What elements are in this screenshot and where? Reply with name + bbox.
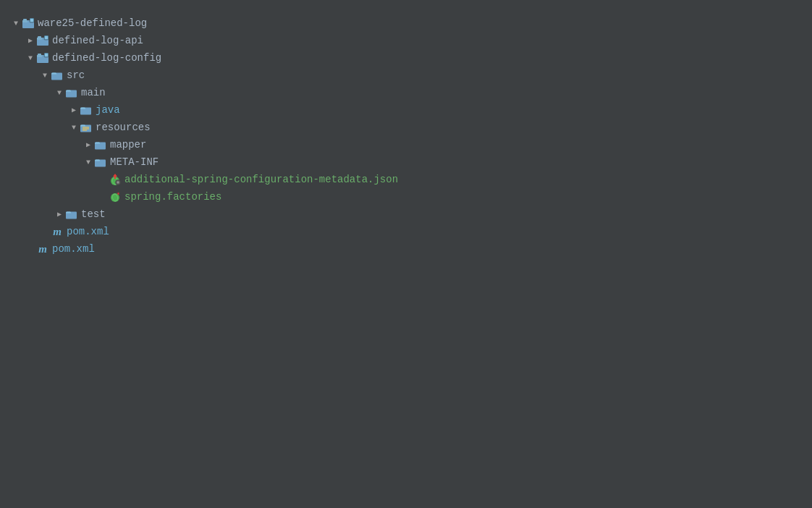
toggle-root[interactable] xyxy=(10,17,22,29)
maven-config-pom-icon: m xyxy=(51,225,64,238)
toggle-spring-config xyxy=(97,174,109,185)
toggle-config[interactable] xyxy=(25,52,36,64)
api-label: defined-log-api xyxy=(52,35,143,46)
svg-point-30 xyxy=(117,182,119,183)
toggle-test[interactable] xyxy=(54,208,65,220)
toggle-resources[interactable] xyxy=(68,122,80,133)
tree-item-java[interactable]: java xyxy=(7,101,805,119)
tree-item-defined-log-api[interactable]: defined-log-api xyxy=(7,32,805,49)
root-label: ware25-defined-log xyxy=(38,17,147,29)
folder-src-icon xyxy=(51,69,64,82)
spring-config-file-icon xyxy=(109,173,122,186)
maven-root-pom-icon: m xyxy=(36,242,49,255)
module-folder-api-icon xyxy=(36,34,49,47)
spring-config-json-label: additional-spring-configuration-metadata… xyxy=(124,174,398,185)
file-tree: ware25-defined-log defined-log-api xyxy=(7,14,805,258)
tree-item-main[interactable]: main xyxy=(7,84,805,101)
tree-item-config-pom[interactable]: m pom.xml xyxy=(7,223,805,240)
toggle-main[interactable] xyxy=(54,87,65,98)
toggle-java[interactable] xyxy=(68,104,80,116)
tree-item-src[interactable]: src xyxy=(7,67,805,84)
meta-inf-label: META-INF xyxy=(110,156,158,168)
tree-item-defined-log-config[interactable]: defined-log-config xyxy=(7,49,805,67)
module-folder-icon xyxy=(22,17,35,30)
resources-label: resources xyxy=(96,122,151,133)
folder-resources-icon xyxy=(80,121,93,134)
src-label: src xyxy=(67,69,85,81)
tree-item-mapper[interactable]: mapper xyxy=(7,136,805,153)
tree-item-root[interactable]: ware25-defined-log xyxy=(7,14,805,32)
svg-rect-7 xyxy=(38,36,41,38)
toggle-config-pom xyxy=(39,226,51,237)
svg-rect-4 xyxy=(30,19,33,22)
main-label: main xyxy=(81,87,106,98)
mapper-label: mapper xyxy=(110,139,146,151)
tree-item-test[interactable]: test xyxy=(7,206,805,223)
svg-rect-12 xyxy=(38,54,41,56)
toggle-src[interactable] xyxy=(39,69,51,81)
folder-java-icon xyxy=(80,103,93,117)
test-label: test xyxy=(81,208,106,220)
spring-factories-file-icon: ✶ xyxy=(109,190,122,203)
svg-rect-9 xyxy=(45,36,48,39)
svg-rect-14 xyxy=(45,54,48,56)
folder-meta-inf-icon xyxy=(94,156,107,169)
tree-item-root-pom[interactable]: m pom.xml xyxy=(7,240,805,258)
root-pom-label: pom.xml xyxy=(52,243,95,255)
config-label: defined-log-config xyxy=(52,52,161,64)
tree-item-spring-config-json[interactable]: additional-spring-configuration-metadata… xyxy=(7,171,805,188)
spring-factories-label: spring.factories xyxy=(124,191,221,203)
svg-text:✶: ✶ xyxy=(117,190,120,197)
folder-main-icon xyxy=(65,86,78,99)
toggle-api[interactable] xyxy=(25,35,36,46)
toggle-mapper[interactable] xyxy=(83,139,94,151)
tree-item-spring-factories[interactable]: ✶ spring.factories xyxy=(7,188,805,206)
config-pom-label: pom.xml xyxy=(67,226,109,237)
folder-test-icon xyxy=(65,208,78,221)
module-folder-config-icon xyxy=(36,51,49,64)
tree-item-resources[interactable]: resources xyxy=(7,119,805,136)
svg-rect-2 xyxy=(23,19,27,21)
folder-mapper-icon xyxy=(94,138,107,151)
toggle-meta-inf[interactable] xyxy=(83,156,94,168)
tree-item-meta-inf[interactable]: META-INF xyxy=(7,153,805,171)
toggle-spring-factories xyxy=(97,191,109,203)
toggle-root-pom xyxy=(25,243,36,255)
java-label: java xyxy=(96,104,120,116)
